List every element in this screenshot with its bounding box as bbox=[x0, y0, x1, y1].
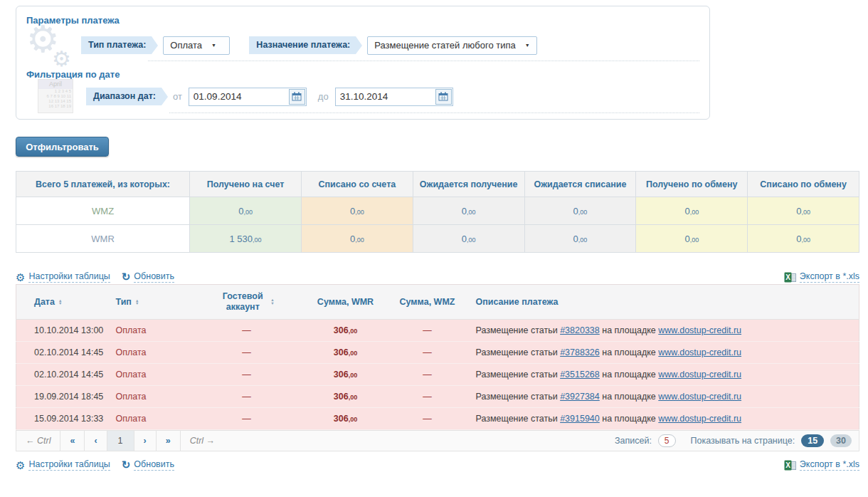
excel-icon: X bbox=[784, 459, 796, 471]
payment-type: Оплата bbox=[110, 386, 190, 408]
table-row: 02.10.2014 14:45 Оплата — 306,00 — Разме… bbox=[16, 364, 859, 386]
column-header-description: Описание платежа bbox=[467, 285, 859, 320]
date-to-wrap bbox=[335, 88, 453, 106]
date-to-calendar-button[interactable] bbox=[435, 89, 452, 105]
amount-wmz: — bbox=[388, 364, 467, 386]
refresh-link[interactable]: ↻ Обновить bbox=[122, 459, 174, 471]
pagination-right-group: Записей: 5 Показывать на странице: 15 30 bbox=[615, 431, 859, 451]
guest-account-value: — bbox=[190, 320, 304, 342]
pagination-first-button[interactable]: « bbox=[60, 431, 85, 451]
summary-header-exchange-in: Получено по обмену bbox=[636, 172, 748, 197]
summary-header-pending-in: Ожидается получение bbox=[413, 172, 524, 197]
refresh-icon: ↻ bbox=[122, 272, 131, 282]
chevron-down-icon: ▼ bbox=[525, 43, 530, 48]
pagination-prev-button[interactable]: ‹ bbox=[85, 431, 107, 451]
table-row: 02.10.2014 14:45 Оплата — 306,00 — Разме… bbox=[16, 342, 859, 364]
summary-header-total: Всего 5 платежей, из которых: bbox=[16, 172, 190, 197]
table-row: 15.09.2014 13:33 Оплата — 306,00 — Разме… bbox=[16, 408, 859, 430]
site-link[interactable]: www.dostup-credit.ru bbox=[658, 392, 741, 402]
payment-purpose-select[interactable]: Размещение статей любого типа ▼ bbox=[367, 36, 536, 55]
payment-date: 02.10.2014 14:45 bbox=[16, 364, 110, 386]
calendar-icon bbox=[292, 92, 302, 101]
article-link[interactable]: #3820338 bbox=[560, 325, 600, 335]
site-link[interactable]: www.dostup-credit.ru bbox=[658, 414, 741, 424]
table-toolbar-top: ⚙ Настройки таблицы ↻ Обновить X Экспорт… bbox=[16, 270, 859, 284]
amount-wmr: 306,00 bbox=[304, 408, 388, 430]
table-settings-link[interactable]: ⚙ Настройки таблицы bbox=[16, 459, 110, 471]
article-link[interactable]: #3915940 bbox=[560, 414, 600, 424]
pagination-last-button[interactable]: » bbox=[157, 431, 181, 451]
column-header-sum-wmr[interactable]: Сумма, WMR bbox=[304, 285, 388, 320]
currency-label: WMR bbox=[16, 225, 190, 253]
date-to-input[interactable] bbox=[336, 91, 435, 102]
date-to-label: до bbox=[318, 91, 329, 102]
payment-date: 15.09.2014 13:33 bbox=[16, 408, 110, 430]
summary-header-received: Получено на счет bbox=[190, 172, 302, 197]
export-xls-link[interactable]: X Экспорт в *.xls bbox=[784, 459, 859, 471]
sort-icon: ▲▼ bbox=[135, 299, 139, 305]
payment-parameters-panel: Параметры платежа ⚙ ⚙ Тип платежа: Оплат… bbox=[16, 6, 710, 120]
currency-label: WMZ bbox=[16, 197, 190, 225]
gear-icon: ⚙ bbox=[16, 272, 25, 283]
apply-filter-button[interactable]: Отфильтровать bbox=[16, 137, 109, 157]
site-link[interactable]: www.dostup-credit.ru bbox=[658, 325, 741, 335]
amount-wmz: — bbox=[388, 386, 467, 408]
per-page-label: Показывать на странице: bbox=[691, 436, 795, 446]
payments-table: Дата▲▼ Тип▲▼ Гостевой аккаунт▲▼ Сумма, W… bbox=[16, 284, 859, 430]
date-from-calendar-button[interactable] bbox=[289, 89, 305, 105]
site-link[interactable]: www.dostup-credit.ru bbox=[658, 347, 741, 357]
sort-icon: ▲▼ bbox=[58, 299, 62, 305]
payment-description: Размещение статьи #3927384 на площадке w… bbox=[467, 386, 859, 408]
date-range-row: Диапазон дат: от до bbox=[86, 87, 453, 106]
guest-account-value: — bbox=[190, 386, 304, 408]
payment-type-value: Оплата bbox=[170, 40, 202, 51]
amount-wmr: 306,00 bbox=[304, 364, 388, 386]
amount-wmr: 306,00 bbox=[304, 386, 388, 408]
payment-date: 10.10.2014 13:00 bbox=[16, 320, 110, 342]
payment-date: 02.10.2014 14:45 bbox=[16, 342, 110, 364]
pagination-current-page[interactable]: 1 bbox=[107, 431, 134, 451]
site-link[interactable]: www.dostup-credit.ru bbox=[658, 370, 741, 380]
export-xls-link[interactable]: X Экспорт в *.xls bbox=[784, 271, 859, 283]
payment-type-row: Тип платежа: Оплата ▼ Назначение платежа… bbox=[81, 36, 537, 55]
payments-header-row: Дата▲▼ Тип▲▼ Гостевой аккаунт▲▼ Сумма, W… bbox=[16, 285, 859, 320]
table-toolbar-bottom: ⚙ Настройки таблицы ↻ Обновить X Экспорт… bbox=[16, 458, 859, 472]
payment-description: Размещение статьи #3788326 на площадке w… bbox=[467, 342, 859, 364]
per-page-option-30[interactable]: 30 bbox=[830, 434, 852, 447]
separator bbox=[148, 61, 699, 61]
pagination-ctrl-right-hint: Ctrl → bbox=[181, 431, 224, 451]
payment-description: Размещение статьи #3915940 на площадке w… bbox=[467, 408, 859, 430]
table-settings-link[interactable]: ⚙ Настройки таблицы bbox=[16, 271, 110, 283]
column-header-date[interactable]: Дата▲▼ bbox=[16, 285, 110, 320]
article-link[interactable]: #3788326 bbox=[560, 347, 600, 357]
article-link[interactable]: #3515268 bbox=[560, 370, 600, 380]
summary-row-wmz: WMZ 0,00 0,00 0,00 0,00 0,00 0,00 bbox=[16, 197, 859, 225]
date-from-wrap bbox=[189, 88, 307, 106]
article-link[interactable]: #3927384 bbox=[560, 392, 600, 402]
calendar-icon bbox=[438, 92, 448, 101]
payment-type: Оплата bbox=[110, 320, 190, 342]
guest-account-value: — bbox=[190, 364, 304, 386]
payments-summary-table: Всего 5 платежей, из которых: Получено н… bbox=[16, 171, 859, 253]
summary-header-debited: Списано со счета bbox=[301, 172, 413, 197]
gear-icon: ⚙ bbox=[16, 460, 25, 471]
table-row: 19.09.2014 18:45 Оплата — 306,00 — Разме… bbox=[16, 386, 859, 408]
separator bbox=[169, 113, 699, 113]
date-from-input[interactable] bbox=[189, 91, 289, 102]
pagination-next-button[interactable]: › bbox=[134, 431, 157, 451]
payment-description: Размещение статьи #3820338 на площадке w… bbox=[467, 320, 859, 342]
records-label: Записей: bbox=[615, 436, 652, 446]
payment-type-select[interactable]: Оплата ▼ bbox=[163, 36, 230, 55]
date-filter-title: Фильтрация по дате bbox=[26, 69, 120, 80]
column-header-type[interactable]: Тип▲▼ bbox=[110, 285, 190, 320]
records-count-badge: 5 bbox=[658, 434, 676, 447]
column-header-guest-account[interactable]: Гостевой аккаунт▲▼ bbox=[190, 285, 304, 320]
amount-wmr: 306,00 bbox=[304, 342, 388, 364]
amount-wmz: — bbox=[388, 342, 467, 364]
refresh-link[interactable]: ↻ Обновить bbox=[122, 271, 174, 283]
guest-account-value: — bbox=[190, 408, 304, 430]
payment-purpose-label: Назначение платежа: bbox=[249, 36, 356, 54]
chevron-down-icon: ▼ bbox=[211, 43, 216, 48]
column-header-sum-wmz[interactable]: Сумма, WMZ bbox=[388, 285, 467, 320]
per-page-option-15[interactable]: 15 bbox=[801, 434, 824, 447]
